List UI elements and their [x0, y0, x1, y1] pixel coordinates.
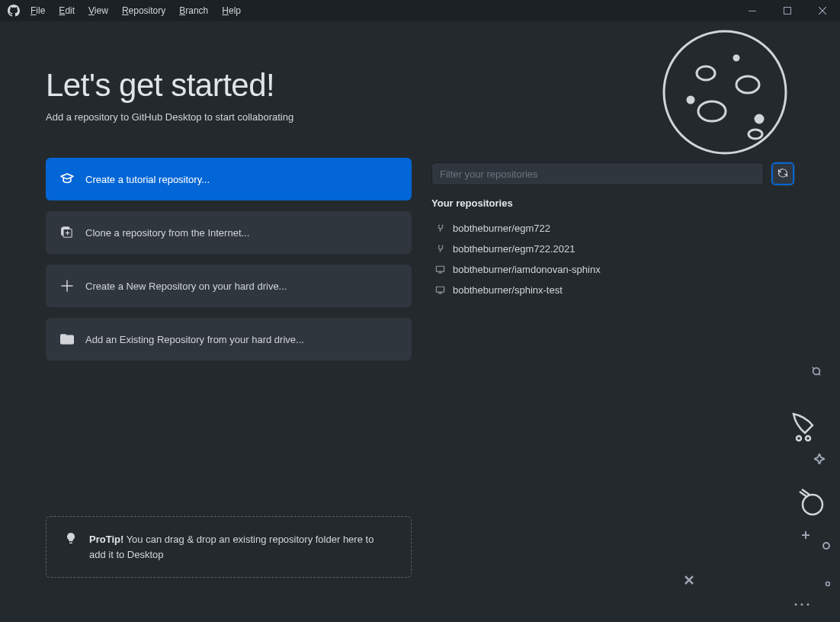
svg-rect-0	[749, 11, 756, 11]
menu-view[interactable]: View	[88, 5, 108, 16]
svg-point-17	[801, 604, 803, 606]
titlebar: File Edit View Repository Branch Help	[0, 0, 840, 21]
create-repo-button[interactable]: Create a New Repository on your hard dri…	[46, 265, 412, 307]
create-tutorial-label: Create a tutorial repository...	[85, 174, 210, 185]
svg-point-13	[803, 495, 822, 515]
create-repo-label: Create a New Repository on your hard dri…	[85, 281, 287, 292]
repo-name: bobtheburner/iamdonovan-sphinx	[453, 264, 601, 275]
minimize-button[interactable]	[735, 0, 770, 21]
plus-icon	[59, 280, 75, 292]
svg-point-11	[797, 436, 801, 441]
fork-icon	[434, 244, 445, 254]
add-repo-label: Add an Existing Repository from your har…	[85, 334, 304, 345]
repo-list: bobtheburner/egm722 bobtheburner/egm722.…	[431, 218, 794, 300]
your-repos-title: Your repositories	[431, 197, 794, 209]
folder-icon	[59, 332, 75, 346]
add-repo-button[interactable]: Add an Existing Repository from your har…	[46, 318, 412, 361]
repo-item[interactable]: bobtheburner/sphinx-test	[431, 280, 794, 300]
repo-item[interactable]: bobtheburner/egm722.2021	[431, 239, 794, 259]
protip-label: ProTip!	[89, 534, 123, 545]
dotline-decor-icon	[794, 598, 810, 610]
circle-decor-icon	[822, 541, 831, 553]
maximize-button[interactable]	[770, 0, 805, 21]
sync-icon	[777, 168, 788, 181]
filter-repos-input[interactable]	[431, 162, 764, 185]
menu-repository[interactable]: Repository	[122, 5, 165, 16]
circle-small-decor-icon	[825, 578, 831, 589]
svg-point-15	[826, 582, 830, 586]
clone-repo-button[interactable]: Clone a repository from the Internet...	[46, 211, 412, 254]
plus-decor-icon	[802, 530, 810, 541]
svg-rect-1	[784, 8, 791, 14]
svg-point-12	[806, 436, 810, 441]
desktop-icon	[434, 265, 445, 274]
repo-item[interactable]: bobtheburner/iamdonovan-sphinx	[431, 259, 794, 280]
menu-help[interactable]: Help	[222, 5, 241, 16]
menu-bar: File Edit View Repository Branch Help	[30, 5, 241, 16]
repo-name: bobtheburner/sphinx-test	[453, 284, 563, 296]
create-tutorial-button[interactable]: Create a tutorial repository...	[46, 158, 412, 200]
menu-file[interactable]: File	[30, 5, 45, 16]
clone-icon	[59, 226, 75, 239]
repo-item[interactable]: bobtheburner/egm722	[431, 218, 794, 239]
svg-point-14	[823, 543, 829, 549]
close-button[interactable]	[805, 0, 840, 21]
protip-box: ProTip! You can drag & drop an existing …	[46, 516, 412, 578]
comet-decor-icon	[796, 488, 826, 521]
menu-branch[interactable]: Branch	[179, 5, 208, 16]
page-title: Let's get started!	[46, 67, 412, 104]
lightbulb-icon	[65, 532, 77, 547]
github-logo-icon	[8, 5, 20, 17]
protip-body: You can drag & drop an existing reposito…	[89, 534, 374, 560]
mortarboard-icon	[59, 172, 75, 186]
satellite-decor-icon	[791, 412, 817, 444]
fork-icon	[434, 223, 445, 233]
clone-repo-label: Clone a repository from the Internet...	[85, 227, 249, 239]
sparkle-decor-icon	[814, 454, 825, 466]
refresh-button[interactable]	[771, 162, 794, 185]
menu-edit[interactable]: Edit	[59, 5, 75, 16]
svg-point-16	[795, 604, 797, 606]
page-subtitle: Add a repository to GitHub Desktop to st…	[46, 111, 412, 123]
repo-name: bobtheburner/egm722	[453, 223, 550, 234]
repo-name: bobtheburner/egm722.2021	[453, 243, 575, 255]
svg-point-18	[807, 604, 810, 606]
x-decor-icon	[685, 576, 694, 587]
protip-text: ProTip! You can drag & drop an existing …	[89, 532, 393, 562]
desktop-icon	[434, 285, 445, 295]
